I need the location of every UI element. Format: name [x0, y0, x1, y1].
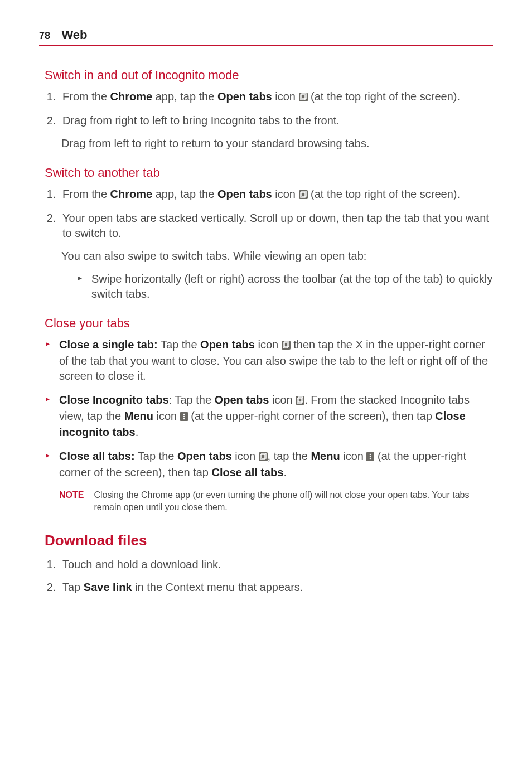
tabs-icon [299, 188, 308, 203]
text: in the Context menu that appears. [132, 581, 303, 593]
heading-download-files: Download files [45, 532, 493, 549]
steps-switch: From the Chrome app, tap the Open tabs i… [45, 187, 493, 241]
note: NOTE Closing the Chrome app (or even tur… [59, 489, 493, 513]
text: icon [232, 450, 259, 462]
step-item: From the Chrome app, tap the Open tabs i… [59, 187, 493, 203]
text: (at the top right of the screen). [308, 188, 460, 200]
text: icon [272, 90, 299, 103]
note-text: Closing the Chrome app (or even turning … [94, 489, 493, 513]
svg-point-14 [183, 416, 185, 418]
text: From the [62, 90, 110, 103]
svg-point-13 [183, 414, 185, 415]
tabs-icon [299, 90, 308, 105]
heading-switch-tab: Switch to another tab [45, 166, 493, 180]
text: (at the top right of the screen). [308, 90, 460, 103]
bold-open-tabs: Open tabs [177, 450, 232, 462]
page-number: 78 [39, 30, 50, 41]
text: app, tap the [152, 90, 217, 103]
svg-point-22 [370, 458, 371, 460]
page: 78 Web Switch in and out of Incognito mo… [0, 0, 532, 765]
paragraph: Drag from left to right to return to you… [61, 136, 493, 151]
text: icon [153, 410, 180, 422]
text: Tap the [135, 450, 177, 462]
bold-save-link: Save link [84, 581, 132, 593]
step-item: Drag from right to left to bring Incogni… [59, 113, 493, 128]
step-item: Your open tabs are stacked vertically. S… [59, 211, 493, 241]
tabs-icon [282, 338, 291, 354]
sub-bullet-list: Swipe horizontally (left or right) acros… [61, 272, 493, 302]
bullet-item: Close Incognito tabs: Tap the Open tabs … [45, 393, 493, 440]
heading-close-tabs: Close your tabs [45, 316, 493, 331]
page-title: Web [61, 28, 87, 42]
text: icon [255, 338, 282, 351]
text: (at the upper-right corner of the screen… [188, 410, 436, 422]
text: . [283, 466, 287, 478]
note-label: NOTE [59, 489, 84, 513]
bullet-item: Close all tabs: Tap the Open tabs icon ,… [45, 449, 493, 480]
svg-point-21 [370, 456, 371, 458]
bold-open-tabs: Open tabs [217, 90, 272, 103]
text: icon [340, 450, 367, 462]
heading-incognito-mode: Switch in and out of Incognito mode [45, 68, 493, 83]
bold-close-all-tabs: Close all tabs [212, 466, 284, 478]
bold-chrome: Chrome [110, 90, 153, 103]
menu-icon [366, 450, 374, 465]
bold-close-all: Close all tabs: [59, 450, 135, 462]
text: Tap the [158, 338, 200, 351]
steps-incognito: From the Chrome app, tap the Open tabs i… [45, 89, 493, 128]
text: , tap the [268, 450, 311, 462]
page-content: Switch in and out of Incognito mode From… [39, 68, 493, 595]
bullet-item: Swipe horizontally (left or right) acros… [78, 272, 493, 302]
text: icon [269, 394, 296, 406]
text: : Tap the [169, 394, 215, 406]
bold-menu: Menu [311, 450, 340, 462]
bullet-list-close: Close a single tab: Tap the Open tabs ic… [45, 337, 493, 480]
bold-open-tabs: Open tabs [215, 394, 269, 406]
text: Tap [62, 581, 84, 593]
svg-point-20 [370, 454, 371, 456]
step-item: From the Chrome app, tap the Open tabs i… [59, 89, 493, 105]
text: From the [62, 188, 110, 200]
text: app, tap the [152, 188, 217, 200]
bullet-item: Close a single tab: Tap the Open tabs ic… [45, 337, 493, 384]
bold-close-incognito: Close Incognito tabs [59, 394, 169, 406]
text: icon [272, 188, 299, 200]
text: . [136, 426, 139, 438]
steps-download: Touch and hold a download link. Tap Save… [45, 557, 493, 595]
svg-point-15 [183, 418, 185, 420]
menu-icon [180, 410, 188, 425]
step-item: Touch and hold a download link. [59, 557, 493, 572]
bold-menu: Menu [124, 410, 153, 422]
page-header: 78 Web [39, 28, 493, 46]
tabs-icon [296, 394, 304, 409]
tabs-icon [259, 450, 268, 465]
step-item: Tap Save link in the Context menu that a… [59, 580, 493, 595]
bold-close-single: Close a single tab: [59, 338, 158, 351]
bold-open-tabs: Open tabs [217, 188, 272, 200]
paragraph: You can also swipe to switch tabs. While… [61, 249, 493, 264]
bold-open-tabs: Open tabs [200, 338, 255, 351]
bold-chrome: Chrome [110, 188, 153, 200]
